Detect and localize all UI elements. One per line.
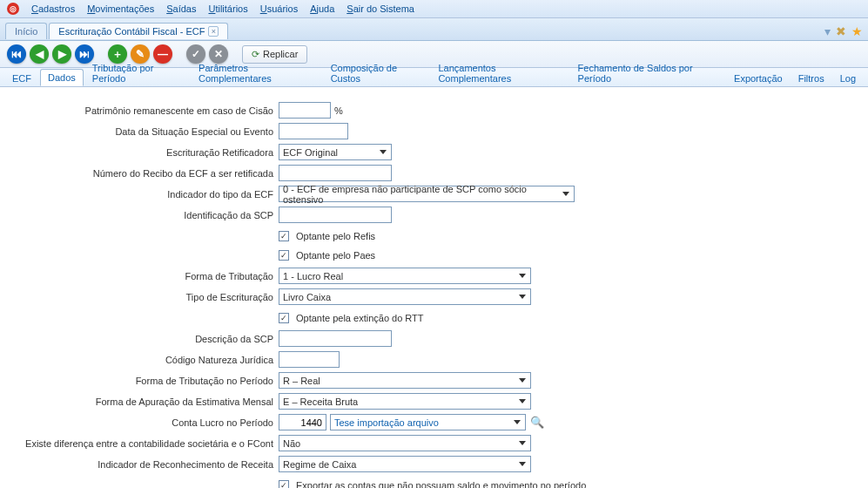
- star-icon[interactable]: ★: [851, 24, 863, 38]
- menu-sair[interactable]: Sair do Sistema: [347, 3, 414, 14]
- opt-paes-checkbox[interactable]: [279, 250, 289, 261]
- form-area: Patrimônio remanescente em caso de Cisão…: [0, 87, 868, 488]
- menu-utilitarios[interactable]: Utilitários: [208, 3, 247, 14]
- label-forma-trib-per: Forma de Tributação no Período: [9, 376, 279, 386]
- conta-lucro-desc-select[interactable]: Tese importação arquivo: [330, 414, 526, 430]
- cod-nat-input[interactable]: [279, 351, 340, 368]
- refresh-icon: ⟳: [252, 49, 259, 60]
- label-indicador-tipo: Indicador do tipo da ECF: [9, 189, 279, 200]
- forma-apur-value: E – Receita Bruta: [283, 396, 358, 407]
- replicar-label: Replicar: [263, 49, 298, 59]
- tab-inicio[interactable]: Início: [5, 23, 47, 39]
- forma-apur-select[interactable]: E – Receita Bruta: [279, 393, 531, 410]
- tab-ecf[interactable]: Escrituração Contábil Fiscal - ECF ×: [49, 23, 228, 39]
- chevron-down-icon: [376, 150, 389, 154]
- indicador-tipo-select[interactable]: 0 - ECF de empresa não participante de S…: [279, 186, 575, 202]
- opt-refis-label: Optante pelo Refis: [296, 231, 375, 241]
- exportar-contas-checkbox[interactable]: [279, 480, 289, 489]
- tab-label: Escrituração Contábil Fiscal - ECF: [58, 26, 205, 37]
- label-diff-fcont: Existe diferença entre a contabilidade s…: [9, 438, 279, 449]
- escrit-retif-value: ECF Original: [283, 147, 338, 158]
- tabbar-tools: ▾ ✖ ★: [824, 24, 863, 38]
- chevron-down-icon: [515, 462, 528, 466]
- lookup-icon[interactable]: 🔍: [529, 415, 545, 430]
- chevron-down-icon: [510, 420, 523, 424]
- conta-lucro-desc-value: Tese importação arquivo: [334, 417, 439, 428]
- data-situacao-input[interactable]: [279, 123, 348, 139]
- patrimonio-input[interactable]: [279, 102, 331, 119]
- document-tabbar: Início Escrituração Contábil Fiscal - EC…: [0, 18, 868, 41]
- chevron-down-icon: [515, 378, 528, 383]
- subtab-parametros[interactable]: Parâmetros Complementares: [192, 60, 322, 86]
- subtab-lancamentos[interactable]: Lançamentos Complementares: [431, 60, 569, 86]
- svg-marker-4: [519, 378, 526, 383]
- num-recibo-input[interactable]: [279, 165, 392, 181]
- menubar: ◎ Cadastros Movimentações Saídas Utilitá…: [0, 0, 868, 18]
- label-ind-reconh: Indicador de Reconhecimento de Receita: [9, 459, 279, 470]
- subtab-fechamento[interactable]: Fechamento de Saldos por Período: [571, 60, 726, 86]
- menu-usuarios[interactable]: Usuários: [260, 3, 298, 14]
- subtabbar: ECF Dados Tributação por Período Parâmet…: [0, 68, 868, 87]
- label-tipo-escrit: Tipo de Escrituração: [9, 292, 279, 302]
- subtab-log[interactable]: Log: [833, 71, 863, 86]
- percent-label: %: [334, 105, 343, 116]
- wrench-icon[interactable]: ✖: [836, 24, 846, 38]
- subtab-filtros[interactable]: Filtros: [791, 71, 831, 86]
- opt-paes-label: Optante pelo Paes: [296, 250, 375, 261]
- svg-marker-6: [514, 420, 521, 424]
- nav-next-button[interactable]: ▶: [52, 44, 71, 64]
- opt-rtt-label: Optante pela extinção do RTT: [296, 313, 424, 323]
- forma-trib-select[interactable]: 1 - Lucro Real: [279, 268, 531, 284]
- label-data-situacao: Data da Situação Especial ou Evento: [9, 126, 279, 137]
- subtab-tributacao[interactable]: Tributação por Período: [85, 60, 190, 86]
- desc-scp-input[interactable]: [279, 330, 392, 347]
- close-icon[interactable]: ×: [208, 26, 219, 37]
- tipo-escrit-value: Livro Caixa: [283, 292, 331, 302]
- forma-trib-per-value: R – Real: [283, 376, 320, 386]
- forma-trib-per-select[interactable]: R – Real: [279, 372, 531, 389]
- label-forma-trib: Forma de Tributação: [9, 271, 279, 281]
- label-patrimonio: Patrimônio remanescente em caso de Cisão: [9, 105, 279, 116]
- menu-movimentacoes[interactable]: Movimentações: [87, 3, 154, 14]
- svg-marker-5: [519, 399, 526, 403]
- menu-saidas[interactable]: Saídas: [166, 3, 196, 14]
- svg-marker-2: [519, 274, 526, 278]
- chevron-down-icon: [515, 441, 528, 445]
- menu-ajuda[interactable]: Ajuda: [310, 3, 334, 14]
- svg-marker-0: [380, 150, 387, 154]
- chevron-down-icon: [515, 274, 528, 278]
- nav-first-button[interactable]: ⏮: [7, 44, 26, 64]
- ind-reconh-value: Regime de Caixa: [283, 459, 356, 470]
- label-desc-scp: Descrição da SCP: [9, 334, 279, 344]
- label-forma-apur: Forma de Apuração da Estimativa Mensal: [9, 396, 279, 407]
- nav-prev-button[interactable]: ◀: [30, 44, 49, 64]
- subtab-ecf[interactable]: ECF: [5, 71, 38, 86]
- diff-fcont-select[interactable]: Não: [279, 435, 531, 451]
- svg-marker-8: [519, 462, 526, 466]
- subtab-custos[interactable]: Composição de Custos: [324, 60, 430, 86]
- svg-marker-1: [562, 192, 569, 196]
- chevron-down-icon: [515, 399, 528, 403]
- exportar-contas-label: Exportar as contas que não possuam saldo…: [296, 480, 586, 489]
- subtab-exportacao[interactable]: Exportação: [727, 71, 790, 86]
- ind-reconh-select[interactable]: Regime de Caixa: [279, 456, 531, 472]
- label-cod-nat: Código Natureza Jurídica: [9, 355, 279, 365]
- escrit-retif-select[interactable]: ECF Original: [279, 144, 392, 160]
- indicador-tipo-value: 0 - ECF de empresa não participante de S…: [283, 184, 560, 205]
- tipo-escrit-select[interactable]: Livro Caixa: [279, 288, 531, 305]
- label-ident-scp: Identificação da SCP: [9, 210, 279, 220]
- menu-cadastros[interactable]: Cadastros: [31, 3, 75, 14]
- opt-refis-checkbox[interactable]: [279, 231, 289, 241]
- app-icon: ◎: [7, 3, 19, 15]
- ident-scp-input[interactable]: [279, 207, 392, 223]
- chevron-down-icon: [515, 295, 528, 299]
- tab-label: Início: [15, 26, 37, 37]
- chevron-down-icon: [560, 192, 572, 196]
- conta-lucro-code-input[interactable]: [279, 414, 326, 430]
- label-num-recibo: Número do Recibo da ECF a ser retificada: [9, 168, 279, 179]
- svg-marker-3: [519, 295, 526, 299]
- opt-rtt-checkbox[interactable]: [279, 313, 289, 323]
- subtab-dados[interactable]: Dados: [40, 69, 84, 86]
- dropdown-icon[interactable]: ▾: [824, 24, 831, 38]
- label-conta-lucro: Conta Lucro no Período: [9, 417, 279, 428]
